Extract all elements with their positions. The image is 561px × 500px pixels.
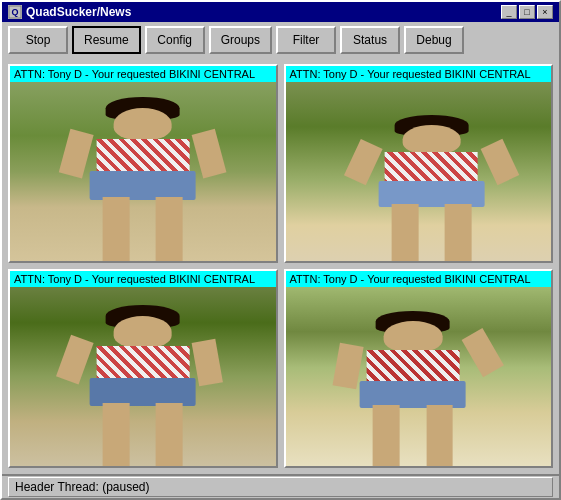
image-panel-4: ATTN: Tony D - Your requested BIKINI CEN… bbox=[284, 269, 554, 468]
status-bar: Header Thread: (paused) bbox=[2, 474, 559, 498]
title-buttons: _ □ × bbox=[501, 5, 553, 19]
title-bar: Q QuadSucker/News _ □ × bbox=[2, 2, 559, 22]
minimize-button[interactable]: _ bbox=[501, 5, 517, 19]
image-panel-1: ATTN: Tony D - Your requested BIKINI CEN… bbox=[8, 64, 278, 263]
toolbar: Stop Resume Config Groups Filter Status … bbox=[2, 22, 559, 58]
debug-button[interactable]: Debug bbox=[404, 26, 464, 54]
filter-button[interactable]: Filter bbox=[276, 26, 336, 54]
svg-text:Q: Q bbox=[11, 7, 18, 17]
image-panel-2: ATTN: Tony D - Your requested BIKINI CEN… bbox=[284, 64, 554, 263]
maximize-button[interactable]: □ bbox=[519, 5, 535, 19]
image-panel-3: ATTN: Tony D - Your requested BIKINI CEN… bbox=[8, 269, 278, 468]
main-window: Q QuadSucker/News _ □ × Stop Resume Conf… bbox=[0, 0, 561, 500]
title-bar-left: Q QuadSucker/News bbox=[8, 5, 131, 19]
stop-button[interactable]: Stop bbox=[8, 26, 68, 54]
status-button[interactable]: Status bbox=[340, 26, 400, 54]
content-area: ATTN: Tony D - Your requested BIKINI CEN… bbox=[2, 58, 559, 474]
image-placeholder-1 bbox=[10, 82, 276, 261]
image-caption-1: ATTN: Tony D - Your requested BIKINI CEN… bbox=[10, 66, 276, 82]
app-icon: Q bbox=[8, 5, 22, 19]
image-caption-2: ATTN: Tony D - Your requested BIKINI CEN… bbox=[286, 66, 552, 82]
image-placeholder-2 bbox=[286, 82, 552, 261]
image-caption-4: ATTN: Tony D - Your requested BIKINI CEN… bbox=[286, 271, 552, 287]
status-text: Header Thread: (paused) bbox=[15, 480, 150, 494]
resume-button[interactable]: Resume bbox=[72, 26, 141, 54]
status-panel: Header Thread: (paused) bbox=[8, 477, 553, 497]
groups-button[interactable]: Groups bbox=[209, 26, 272, 54]
config-button[interactable]: Config bbox=[145, 26, 205, 54]
image-placeholder-3 bbox=[10, 287, 276, 466]
image-caption-3: ATTN: Tony D - Your requested BIKINI CEN… bbox=[10, 271, 276, 287]
close-button[interactable]: × bbox=[537, 5, 553, 19]
window-title: QuadSucker/News bbox=[26, 5, 131, 19]
image-placeholder-4 bbox=[286, 287, 552, 466]
